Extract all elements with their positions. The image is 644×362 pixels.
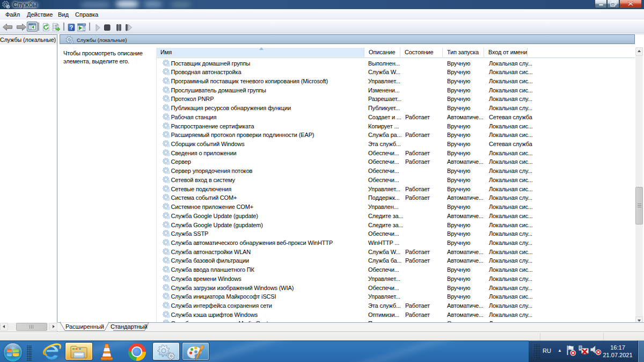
svg-text:?: ? — [70, 24, 74, 31]
